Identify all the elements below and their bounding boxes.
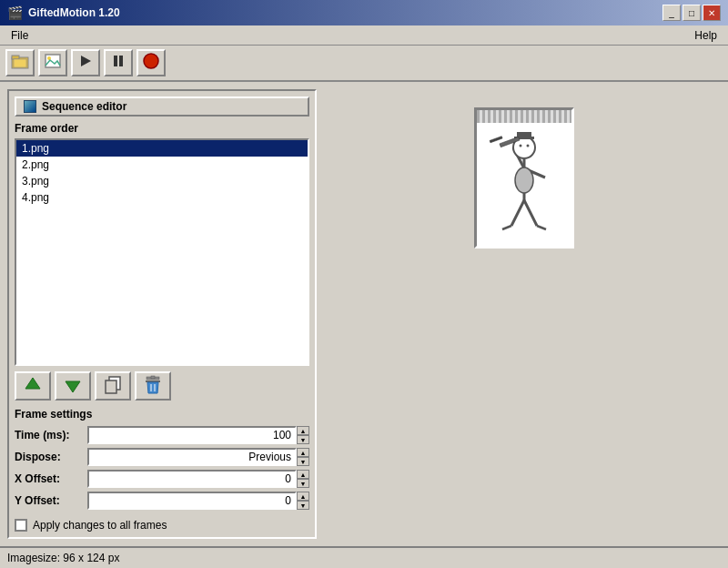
svg-point-26: [519, 144, 521, 147]
frame-preview: [474, 107, 574, 248]
time-setting-row: Time (ms): ▲ ▼: [15, 426, 309, 444]
file-menu[interactable]: File: [4, 27, 35, 44]
svg-rect-31: [490, 136, 502, 142]
play-button[interactable]: [71, 49, 100, 76]
help-menu[interactable]: Help: [687, 27, 724, 44]
svg-line-20: [524, 200, 537, 226]
svg-point-32: [515, 167, 533, 193]
window-icon: 🎬: [7, 5, 23, 20]
figure-svg: [486, 127, 563, 246]
image-icon: [44, 53, 62, 73]
svg-point-8: [144, 54, 158, 68]
apply-label: Apply changes to all frames: [33, 519, 167, 532]
title-bar: 🎬 GiftedMotion 1.20 _ □ ✕: [0, 0, 728, 25]
frame-list[interactable]: 1.png 2.png 3.png 4.png: [15, 138, 309, 366]
yoffset-input[interactable]: [87, 492, 297, 510]
copy-button[interactable]: [95, 371, 131, 401]
image-button[interactable]: [38, 49, 67, 76]
svg-rect-1: [12, 56, 19, 59]
svg-point-27: [526, 144, 529, 147]
time-input-wrap: ▲ ▼: [87, 426, 309, 444]
dispose-label: Dispose:: [15, 451, 87, 463]
svg-rect-6: [114, 56, 117, 66]
time-label: Time (ms):: [15, 429, 87, 441]
frame-order-label: Frame order: [15, 122, 309, 135]
dispose-down-button[interactable]: ▼: [297, 457, 309, 466]
dispose-input-wrap: ▲ ▼: [87, 448, 309, 466]
xoffset-down-button[interactable]: ▼: [297, 479, 309, 488]
toolbar: [0, 46, 728, 82]
panel-title-text: Sequence editor: [42, 100, 126, 113]
frame-settings-label: Frame settings: [15, 408, 309, 421]
sequence-editor-panel: Sequence editor Frame order 1.png 2.png …: [7, 89, 317, 539]
xoffset-label: X Offset:: [15, 472, 87, 485]
play-icon: [78, 54, 93, 72]
apply-row: Apply changes to all frames: [15, 519, 309, 532]
time-up-button[interactable]: ▲: [297, 426, 309, 435]
status-text: Imagesize: 96 x 124 px: [7, 552, 119, 564]
dispose-up-button[interactable]: ▲: [297, 448, 309, 457]
xoffset-up-button[interactable]: ▲: [297, 470, 309, 479]
move-up-icon: [23, 375, 43, 398]
svg-line-21: [502, 226, 511, 229]
record-button[interactable]: [136, 49, 166, 76]
frame-item-3[interactable]: 3.png: [16, 173, 308, 189]
record-icon: [142, 52, 160, 74]
svg-line-19: [511, 200, 524, 226]
yoffset-input-wrap: ▲ ▼: [87, 492, 309, 510]
frame-item-1[interactable]: 1.png: [16, 140, 308, 157]
status-bar: Imagesize: 96 x 124 px: [0, 546, 728, 568]
action-buttons: [15, 371, 309, 401]
svg-marker-5: [81, 56, 91, 66]
minimize-button[interactable]: _: [662, 5, 681, 21]
time-spinners: ▲ ▼: [297, 426, 309, 444]
yoffset-down-button[interactable]: ▼: [297, 501, 309, 510]
open-folder-icon: [11, 53, 29, 73]
window-controls: _ □ ✕: [662, 5, 721, 21]
move-down-icon: [63, 375, 83, 398]
move-up-button[interactable]: [15, 371, 51, 401]
xoffset-spinners: ▲ ▼: [297, 470, 309, 488]
preview-area: [328, 89, 721, 539]
panel-icon: [24, 100, 36, 113]
preview-top-bar: [477, 110, 571, 123]
svg-rect-7: [119, 56, 123, 66]
pause-icon: [111, 54, 126, 72]
frame-item-4[interactable]: 4.png: [16, 189, 308, 206]
delete-icon: [143, 375, 163, 398]
xoffset-input-wrap: ▲ ▼: [87, 470, 309, 488]
frame-item-2[interactable]: 2.png: [16, 157, 308, 173]
close-button[interactable]: ✕: [703, 5, 721, 21]
svg-marker-10: [66, 381, 80, 392]
maximize-button[interactable]: □: [682, 5, 701, 21]
time-input[interactable]: [87, 426, 297, 444]
time-down-button[interactable]: ▼: [297, 435, 309, 444]
apply-checkbox[interactable]: [15, 519, 27, 532]
open-button[interactable]: [5, 49, 35, 76]
xoffset-setting-row: X Offset: ▲ ▼: [15, 470, 309, 488]
yoffset-setting-row: Y Offset: ▲ ▼: [15, 492, 309, 510]
svg-rect-15: [151, 376, 155, 379]
panel-title: Sequence editor: [15, 96, 309, 117]
pause-button[interactable]: [104, 49, 133, 76]
main-content: Sequence editor Frame order 1.png 2.png …: [0, 82, 728, 546]
yoffset-up-button[interactable]: ▲: [297, 492, 309, 501]
svg-marker-9: [25, 378, 40, 389]
svg-rect-12: [106, 380, 116, 393]
yoffset-label: Y Offset:: [15, 494, 87, 507]
dispose-setting-row: Dispose: ▲ ▼: [15, 448, 309, 466]
copy-icon: [104, 376, 122, 397]
dispose-spinners: ▲ ▼: [297, 448, 309, 466]
move-down-button[interactable]: [55, 371, 91, 401]
dispose-input[interactable]: [87, 448, 297, 466]
svg-rect-2: [14, 59, 26, 67]
figure-display: [486, 127, 563, 246]
window-title: GiftedMotion 1.20: [28, 6, 657, 19]
svg-line-22: [537, 226, 546, 229]
menu-bar: File Help: [0, 25, 728, 46]
xoffset-input[interactable]: [87, 470, 297, 488]
yoffset-spinners: ▲ ▼: [297, 492, 309, 510]
delete-button[interactable]: [135, 371, 171, 401]
